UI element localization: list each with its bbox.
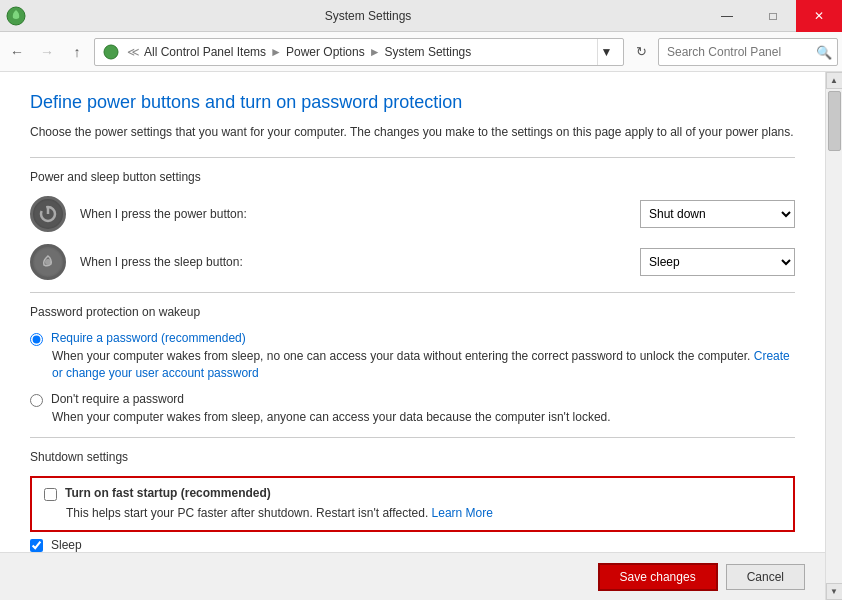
svg-point-4: [45, 259, 51, 265]
divider-2: [30, 292, 795, 293]
forward-button[interactable]: →: [34, 39, 60, 65]
titlebar: System Settings — □ ✕: [0, 0, 842, 32]
path-item-2[interactable]: Power Options: [286, 45, 365, 59]
page-description: Choose the power settings that you want …: [30, 123, 795, 141]
address-path[interactable]: ≪ All Control Panel Items ► Power Option…: [94, 38, 624, 66]
path-item-3[interactable]: System Settings: [385, 45, 472, 59]
close-button[interactable]: ✕: [796, 0, 842, 32]
content-area: Define power buttons and turn on passwor…: [0, 72, 825, 552]
window-controls: — □ ✕: [704, 0, 842, 31]
power-button-row: When I press the power button: Do nothin…: [30, 196, 795, 232]
divider-1: [30, 157, 795, 158]
control-panel-icon: [103, 44, 119, 60]
no-password-option: Don't require a password When your compu…: [30, 392, 795, 426]
path-item-1[interactable]: All Control Panel Items: [144, 45, 266, 59]
path-dropdown[interactable]: ▼: [597, 39, 615, 65]
fast-startup-box: Turn on fast startup (recommended) This …: [30, 476, 795, 532]
cancel-button[interactable]: Cancel: [726, 564, 805, 590]
divider-3: [30, 437, 795, 438]
sleep-button-row: When I press the sleep button: Do nothin…: [30, 244, 795, 280]
sleep-checkbox-label: Sleep: [51, 538, 82, 552]
scroll-up-button[interactable]: ▲: [826, 72, 843, 89]
search-input[interactable]: [658, 38, 838, 66]
sleep-checkbox-row: Sleep: [30, 538, 795, 552]
save-changes-button[interactable]: Save changes: [598, 563, 718, 591]
scrollbar[interactable]: ▲ ▼: [825, 72, 842, 600]
sleep-symbol: [40, 254, 56, 270]
path-separator-3: ►: [369, 45, 381, 59]
scroll-down-button[interactable]: ▼: [826, 583, 843, 600]
minimize-button[interactable]: —: [704, 0, 750, 32]
power-button-select[interactable]: Do nothing Sleep Hibernate Shut down Tur…: [640, 200, 795, 228]
power-symbol: [39, 205, 57, 223]
main-scroll: Define power buttons and turn on passwor…: [0, 72, 825, 600]
no-password-radio[interactable]: [30, 394, 43, 407]
no-password-description: When your computer wakes from sleep, any…: [52, 409, 795, 426]
main-container: Define power buttons and turn on passwor…: [0, 72, 842, 600]
sleep-button-label: When I press the sleep button:: [80, 255, 626, 269]
maximize-button[interactable]: □: [750, 0, 796, 32]
require-password-description: When your computer wakes from sleep, no …: [52, 348, 795, 382]
require-password-radio[interactable]: [30, 333, 43, 346]
svg-point-1: [104, 45, 118, 59]
back-button[interactable]: ←: [4, 39, 30, 65]
path-separator-1: ≪: [127, 45, 140, 59]
scroll-track[interactable]: [826, 89, 842, 583]
fast-startup-row: Turn on fast startup (recommended): [44, 486, 781, 501]
power-button-label: When I press the power button:: [80, 207, 626, 221]
addressbar: ← → ↑ ≪ All Control Panel Items ► Power …: [0, 32, 842, 72]
path-separator-2: ►: [270, 45, 282, 59]
password-section: Require a password (recommended) When yo…: [30, 331, 795, 425]
learn-more-link[interactable]: Learn More: [432, 506, 493, 520]
no-password-label[interactable]: Don't require a password: [30, 392, 795, 407]
sleep-button-icon: [30, 244, 66, 280]
page-title: Define power buttons and turn on passwor…: [30, 92, 795, 113]
sleep-button-select[interactable]: Do nothing Sleep Hibernate Shut down: [640, 248, 795, 276]
power-button-icon: [30, 196, 66, 232]
require-password-label[interactable]: Require a password (recommended): [30, 331, 795, 346]
app-icon: [0, 0, 32, 32]
shutdown-section: Shutdown settings Turn on fast startup (…: [30, 450, 795, 552]
refresh-button[interactable]: ↻: [628, 39, 654, 65]
footer: Save changes Cancel: [0, 552, 825, 600]
password-section-title: Password protection on wakeup: [30, 305, 795, 319]
scroll-thumb[interactable]: [828, 91, 841, 151]
sleep-checkbox[interactable]: [30, 539, 43, 552]
search-wrapper: 🔍: [658, 38, 838, 66]
shutdown-section-title: Shutdown settings: [30, 450, 795, 464]
no-password-text: Don't require a password: [51, 392, 184, 406]
window-title: System Settings: [32, 9, 704, 23]
fast-startup-label: Turn on fast startup (recommended): [65, 486, 271, 500]
up-button[interactable]: ↑: [64, 39, 90, 65]
power-section-title: Power and sleep button settings: [30, 170, 795, 184]
require-password-text: Require a password (recommended): [51, 331, 246, 345]
search-icon: 🔍: [816, 44, 832, 59]
require-password-option: Require a password (recommended) When yo…: [30, 331, 795, 382]
fast-startup-checkbox[interactable]: [44, 488, 57, 501]
fast-startup-desc: This helps start your PC faster after sh…: [66, 505, 781, 522]
